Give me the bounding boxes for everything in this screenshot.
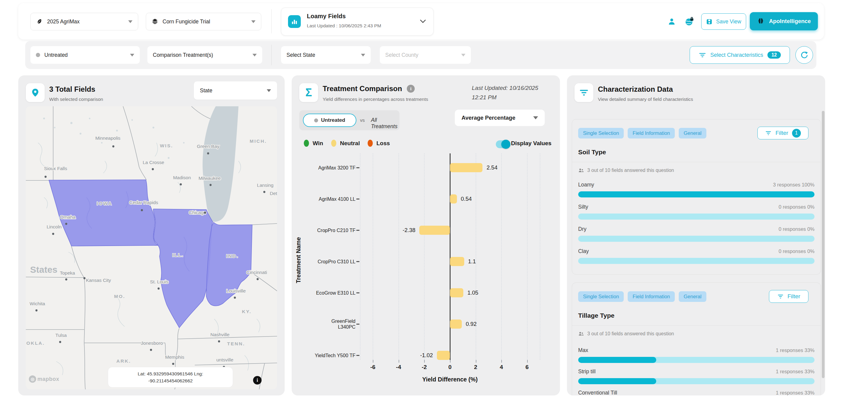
- tag-single-selection[interactable]: Single Selection: [578, 128, 624, 139]
- select-state-dropdown[interactable]: Select State: [281, 46, 371, 64]
- comparison-treatments-dropdown[interactable]: Comparison Treatment(s): [147, 46, 262, 64]
- coords-line2: -90.21145454062662: [108, 377, 233, 384]
- gridline: [373, 153, 373, 360]
- y-axis-tick: [356, 355, 360, 356]
- soil-filter-button[interactable]: Filter 1: [757, 127, 808, 140]
- map-canvas: MinneapolisSioux FallsLa CrosseGreen Bay…: [26, 106, 277, 389]
- characterization-card-soil: Single Selection Field Information Gener…: [572, 119, 821, 275]
- globe-lock-button[interactable]: [682, 14, 696, 29]
- map-label: IOWA: [97, 201, 112, 206]
- select-county-dropdown[interactable]: Select County: [380, 46, 471, 64]
- map-label: Sioux Falls: [44, 166, 67, 171]
- comparison-target-label[interactable]: All Treatments: [371, 117, 400, 130]
- response-row: Dry0 responses 0%: [578, 226, 814, 244]
- map-label: Green Bay: [197, 144, 219, 149]
- baseline-pill[interactable]: Untreated: [303, 114, 356, 127]
- y-axis-tick: [356, 230, 360, 231]
- header-divider: [271, 9, 272, 33]
- tag-general[interactable]: General: [679, 291, 706, 302]
- treatment-label: GreenField L340PC: [301, 318, 355, 330]
- x-axis-tick: [476, 360, 476, 363]
- trial-label: Corn Fungicide Trial: [162, 19, 210, 25]
- treatment-label: CropPro C310 LL: [301, 259, 355, 265]
- fields-map[interactable]: MinneapolisSioux FallsLa CrosseGreen Bay…: [26, 106, 277, 389]
- bar-value-label: 0.92: [466, 321, 477, 328]
- comparison-treatments-placeholder: Comparison Treatment(s): [153, 52, 213, 58]
- map-label: Chicago: [189, 210, 206, 215]
- season-dropdown[interactable]: 2025 AgriMax: [30, 13, 138, 30]
- x-axis-tick: [373, 360, 373, 363]
- user-button[interactable]: [665, 14, 679, 29]
- response-row: Clay0 responses 0%: [578, 248, 814, 266]
- response-bar: [578, 191, 814, 197]
- mapbox-label: mapbox: [37, 376, 59, 382]
- chevron-down-icon: [252, 54, 257, 57]
- map-label: IND.: [226, 253, 239, 258]
- map-info-icon[interactable]: i: [253, 376, 261, 384]
- select-characteristics-button[interactable]: Select Characteristics 12: [690, 46, 790, 64]
- people-icon: [578, 331, 584, 337]
- city-dot: [152, 168, 154, 171]
- filter-icon: [765, 130, 772, 136]
- map-label: Nashville: [211, 332, 230, 337]
- map-level-dropdown[interactable]: State: [194, 82, 277, 100]
- city-dot: [172, 363, 175, 365]
- city-dot: [113, 146, 115, 148]
- baseline-pill-label: Untreated: [321, 117, 345, 123]
- x-axis-tick: [501, 360, 502, 363]
- mapbox-logo[interactable]: ◎ mapbox: [29, 375, 59, 383]
- yield-bar[interactable]: [450, 319, 462, 329]
- panel-scrollbar[interactable]: [822, 111, 825, 378]
- map-label: Minneapolis: [95, 135, 121, 141]
- chevron-down-icon: [267, 89, 271, 92]
- filter-bar: Untreated Comparison Treatment(s) Select…: [25, 41, 816, 69]
- characterization-card-tillage: Single Selection Field Information Gener…: [572, 282, 821, 395]
- tag-single-selection[interactable]: Single Selection: [578, 291, 624, 302]
- response-row: Max1 responses 33%: [578, 347, 814, 365]
- chart-legend: Win Neutral Loss Display Values: [292, 140, 560, 149]
- sigma-icon: Σ: [299, 83, 318, 102]
- display-values-toggle[interactable]: [496, 140, 510, 148]
- display-values-label: Display Values: [511, 140, 551, 147]
- response-row: Strip till1 responses 33%: [578, 368, 814, 387]
- treatment-label: AgriMax 3200 TF: [301, 165, 355, 171]
- treatment-label: CropPro C210 TF: [301, 227, 355, 233]
- soil-filter-count-badge: 1: [792, 129, 801, 137]
- city-dot: [35, 309, 38, 312]
- chevron-down-icon: [361, 54, 365, 57]
- yield-bar[interactable]: [450, 257, 464, 266]
- city-dot: [180, 183, 182, 186]
- x-axis-tick-label: 0: [439, 364, 461, 371]
- yield-bar[interactable]: [450, 194, 457, 204]
- y-axis-tick: [356, 324, 360, 325]
- x-axis-title: Yield Difference (%): [389, 376, 511, 383]
- info-icon[interactable]: i: [407, 85, 415, 93]
- filter-icon: [699, 51, 706, 59]
- trial-dropdown[interactable]: Corn Fungicide Trial: [146, 13, 261, 30]
- yield-bar[interactable]: [437, 351, 450, 360]
- metric-value: Average Percentage: [462, 115, 515, 121]
- refresh-button[interactable]: [796, 46, 813, 64]
- gridline: [501, 153, 502, 360]
- save-view-button[interactable]: Save View: [701, 13, 746, 30]
- apointelligence-button[interactable]: ApoIntelligence: [750, 12, 818, 30]
- yield-bar[interactable]: [450, 163, 483, 172]
- map-label: Cedar Rapids: [129, 200, 158, 205]
- tag-general[interactable]: General: [679, 128, 706, 139]
- tag-field-information[interactable]: Field Information: [628, 128, 675, 139]
- characterization-title: Characterization Data: [598, 85, 673, 94]
- tag-field-information[interactable]: Field Information: [628, 291, 675, 302]
- globe-lock-icon: [685, 17, 694, 26]
- yield-bar[interactable]: [419, 226, 450, 235]
- dataset-title: Loamy Fields: [307, 13, 346, 20]
- treatment-panel-title: Treatment Comparison: [323, 85, 402, 93]
- answered-note: 3 out of 10 fields answered this questio…: [578, 331, 674, 337]
- yield-bar[interactable]: [450, 288, 463, 297]
- metric-dropdown[interactable]: Average Percentage: [455, 110, 545, 126]
- dataset-selector[interactable]: Loamy Fields Last Updated : 10/06/2025 2…: [281, 8, 434, 35]
- tillage-filter-button[interactable]: Filter: [769, 290, 808, 303]
- yield-difference-chart: Yield Difference (%) Treatment Name -6-4…: [292, 151, 560, 395]
- baseline-treatment-dropdown[interactable]: Untreated: [30, 46, 140, 64]
- map-label: TENN.: [227, 341, 245, 346]
- bar-chart-icon: [288, 15, 301, 28]
